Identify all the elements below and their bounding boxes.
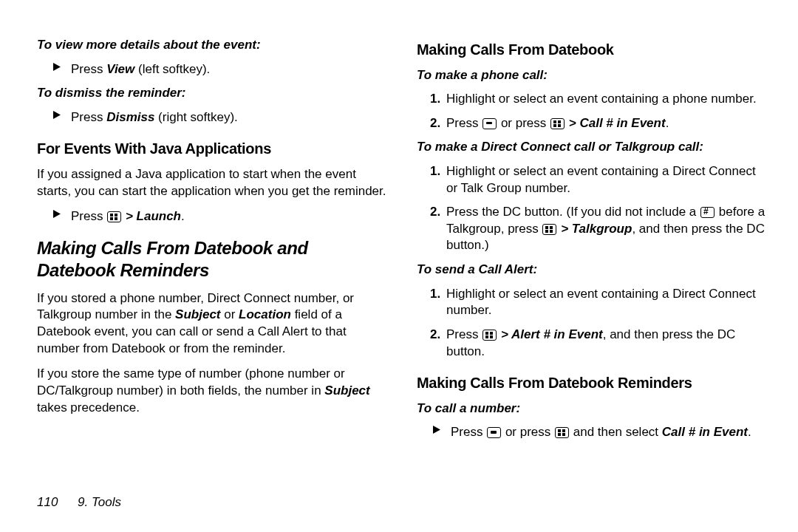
list-number: 2. [430,204,443,254]
ok-key-icon [487,427,501,438]
list-item: 1. Highlight or select an event containi… [417,91,770,108]
left-column: To view more details about the event: Pr… [37,37,408,502]
instruction-lead: To view more details about the event: [37,37,390,54]
play-icon [433,426,442,441]
list-item: 1. Highlight or select an event containi… [417,286,770,319]
hash-key-icon [700,207,715,218]
list-number: 2. [430,115,443,132]
page-number: 110 [37,495,58,509]
bullet-item: Press Dismiss (right softkey). [37,109,390,126]
menu-key-icon [550,118,565,129]
paragraph: If you assigned a Java application to st… [37,166,390,200]
manual-page: To view more details about the event: Pr… [0,0,798,532]
section-heading: For Events With Java Applications [37,139,390,159]
list-item: 2. Press > Alert # in Event, and then pr… [417,327,770,360]
bullet-text: Press Dismiss (right softkey). [71,109,238,126]
bullet-text: Press View (left softkey). [71,61,210,78]
instruction-lead: To make a Direct Connect call or Talkgro… [417,139,770,156]
bullet-text: Press > Launch. [71,208,185,225]
list-number: 1. [430,163,443,197]
list-item: 1. Highlight or select an event containi… [417,163,770,197]
bullet-text: Press or press and then select Call # in… [451,424,751,441]
ok-key-icon [482,118,497,129]
right-column: Making Calls From Datebook To make a pho… [408,37,776,502]
paragraph: If you store the same type of number (ph… [37,366,390,416]
list-number: 1. [430,286,443,319]
paragraph: If you stored a phone number, Direct Con… [37,290,390,357]
chapter-label: 9. Tools [78,495,121,509]
instruction-lead: To send a Call Alert: [417,262,770,279]
instruction-lead: To dismiss the reminder: [37,85,390,102]
play-icon [53,111,62,126]
list-item: 2. Press or press > Call # in Event. [417,115,770,132]
page-footer: 110 9. Tools [37,494,121,511]
play-icon [53,63,62,78]
list-number: 1. [430,91,443,108]
menu-key-icon [107,211,121,222]
menu-key-icon [542,224,556,235]
bullet-item: Press or press and then select Call # in… [417,424,770,441]
bullet-item: Press > Launch. [37,208,390,225]
section-heading: Making Calls From Datebook Reminders [417,373,770,393]
ordered-list: 1. Highlight or select an event containi… [417,91,770,132]
major-heading: Making Calls From Datebook and Datebook … [37,237,390,282]
instruction-lead: To make a phone call: [417,67,770,84]
section-heading: Making Calls From Datebook [417,40,770,60]
instruction-lead: To call a number: [417,400,770,417]
list-number: 2. [430,327,443,360]
bullet-item: Press View (left softkey). [37,61,390,78]
ordered-list: 1. Highlight or select an event containi… [417,163,770,254]
list-item: 2. Press the DC button. (If you did not … [417,204,770,254]
ordered-list: 1. Highlight or select an event containi… [417,286,770,360]
menu-key-icon [482,330,497,341]
play-icon [53,210,62,225]
menu-key-icon [555,427,569,438]
